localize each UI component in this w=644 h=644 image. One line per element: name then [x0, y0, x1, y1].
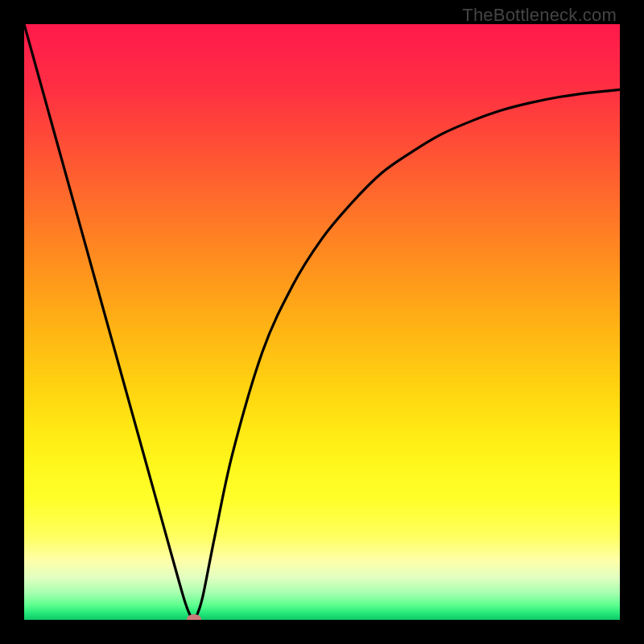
- watermark-text: TheBottleneck.com: [462, 5, 617, 26]
- plot-area: [24, 24, 620, 620]
- chart-frame: TheBottleneck.com: [0, 0, 644, 644]
- curve-layer: [24, 24, 620, 620]
- curve-path: [24, 24, 620, 619]
